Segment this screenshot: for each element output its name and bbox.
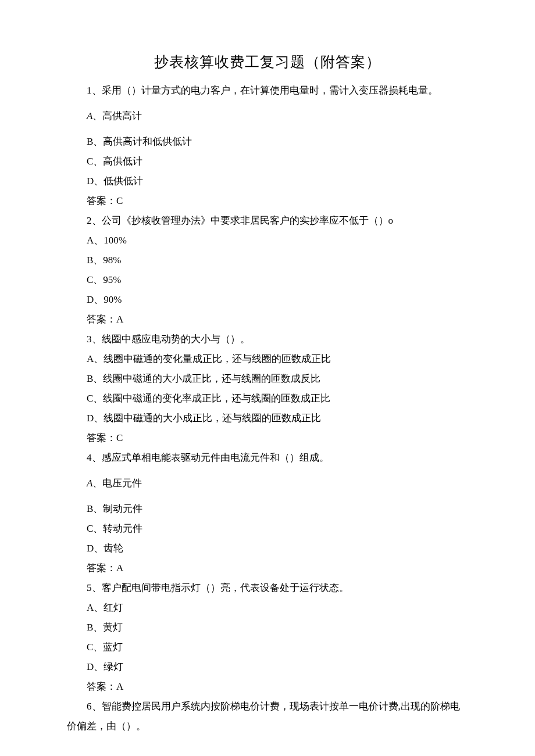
q4-option-d: D、齿轮 xyxy=(67,539,468,558)
q3-option-d: D、线圈中磁通的大小成正比，还与线圈的匝数成正比 xyxy=(67,409,468,428)
q1-option-a: A、高供高计 xyxy=(67,106,468,126)
q5-option-c: C、蓝灯 xyxy=(67,637,468,657)
q2-option-d: D、90% xyxy=(67,290,468,310)
q2-answer: 答案：A xyxy=(67,310,468,329)
q4-option-a: A、电压元件 xyxy=(67,474,468,493)
q5-answer: 答案：A xyxy=(67,677,468,697)
q2-option-c: C、95% xyxy=(67,270,468,290)
q4-option-b: B、制动元件 xyxy=(67,499,468,519)
document-page: 抄表核算收费工复习题（附答案） 1、采用（）计量方式的电力客户，在计算使用电量时… xyxy=(0,0,535,756)
q1-option-a-prefix: A xyxy=(87,110,92,121)
q1-stem: 1、采用（）计量方式的电力客户，在计算使用电量时，需计入变压器损耗电量。 xyxy=(67,81,468,101)
q5-option-a: A、红灯 xyxy=(67,598,468,618)
q6-stem: 6、智能费控居民用户系统内按阶梯电价计费，现场表计按单一电价计费,出现的阶梯电价… xyxy=(67,697,468,736)
q4-answer: 答案：A xyxy=(67,558,468,578)
q4-stem: 4、感应式单相电能表驱动元件由电流元件和（）组成。 xyxy=(67,448,468,468)
q1-answer: 答案：C xyxy=(67,191,468,211)
q3-option-c: C、线圈中磁通的变化率成正比，还与线圈的匝数成正比 xyxy=(67,389,468,409)
q3-option-b: B、线圈中磁通的大小成正比，还与线圈的匝数成反比 xyxy=(67,369,468,389)
q1-option-b: B、高供高计和低供低计 xyxy=(67,132,468,152)
q4-option-a-prefix: A xyxy=(87,478,92,489)
q3-answer: 答案：C xyxy=(67,428,468,448)
q5-option-d: D、绿灯 xyxy=(67,657,468,677)
q5-stem: 5、客户配电间带电指示灯（）亮，代表设备处于运行状态。 xyxy=(67,578,468,598)
q4-option-c: C、转动元件 xyxy=(67,519,468,539)
q1-option-c: C、高供低计 xyxy=(67,152,468,171)
document-body: 1、采用（）计量方式的电力客户，在计算使用电量时，需计入变压器损耗电量。 A、高… xyxy=(67,81,468,736)
q2-option-b: B、98% xyxy=(67,250,468,270)
q4-option-a-text: 、电压元件 xyxy=(92,478,142,489)
document-title: 抄表核算收费工复习题（附答案） xyxy=(67,52,468,71)
q1-option-d: D、低供低计 xyxy=(67,171,468,191)
q5-option-b: B、黄灯 xyxy=(67,618,468,637)
q3-option-a: A、线圈中磁通的变化量成正比，还与线圈的匝数成正比 xyxy=(67,349,468,369)
q2-stem: 2、公司《抄核收管理办法》中要求非居民客户的实抄率应不低于（）o xyxy=(67,211,468,231)
q1-option-a-text: 、高供高计 xyxy=(92,110,142,121)
q3-stem: 3、线圈中感应电动势的大小与（）。 xyxy=(67,329,468,349)
q2-option-a: A、100% xyxy=(67,231,468,250)
